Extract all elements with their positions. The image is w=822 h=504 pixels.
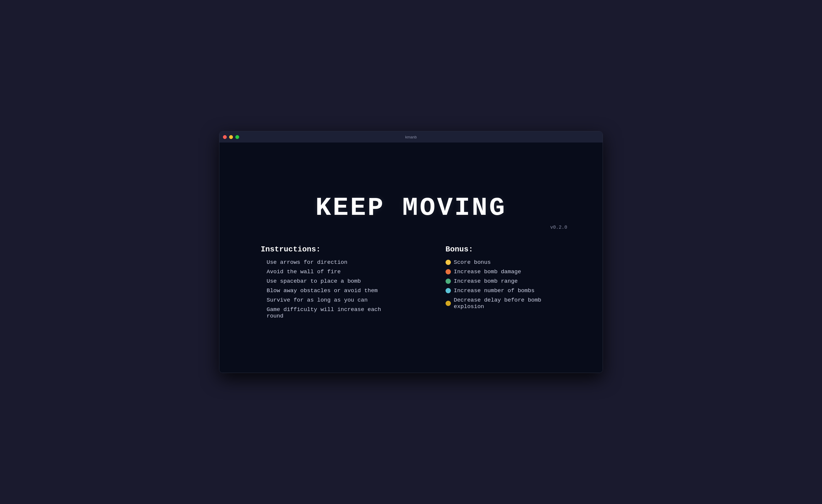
window-title: kmanb — [405, 135, 417, 139]
bonus-dot-gold — [446, 301, 451, 306]
traffic-lights — [223, 135, 239, 139]
bonus-dot-green — [446, 279, 451, 284]
close-button[interactable] — [223, 135, 227, 139]
bonus-label-3: Increase bomb range — [454, 278, 518, 284]
instruction-item-5: Survive for as long as you can — [261, 297, 387, 303]
app-window: kmanb KEEP MOVING v0.2.0 Instructions: U… — [219, 131, 603, 373]
bonus-dot-yellow — [446, 260, 451, 265]
bonus-dot-blue — [446, 288, 451, 293]
bonus-label-4: Increase number of bombs — [454, 287, 535, 294]
bonus-item-5: Decrease delay before bomb explosion — [446, 297, 561, 310]
instructions-column: Instructions: Use arrows for direction A… — [261, 245, 387, 322]
bonus-column: Bonus: Score bonus Increase bomb damage … — [446, 245, 561, 322]
bonus-item-3: Increase bomb range — [446, 278, 561, 284]
instruction-item-4: Blow away obstacles or avoid them — [261, 287, 387, 294]
maximize-button[interactable] — [235, 135, 239, 139]
bonus-dot-orange — [446, 269, 451, 274]
instruction-item-6: Game difficulty will increase each round — [261, 306, 387, 319]
instructions-heading: Instructions: — [261, 245, 387, 254]
minimize-button[interactable] — [229, 135, 233, 139]
bonus-label-5: Decrease delay before bomb explosion — [454, 297, 561, 310]
bonus-item-1: Score bonus — [446, 259, 561, 266]
info-section: Instructions: Use arrows for direction A… — [231, 245, 591, 322]
titlebar: kmanb — [220, 131, 602, 143]
bonus-item-4: Increase number of bombs — [446, 287, 561, 294]
bonus-heading: Bonus: — [446, 245, 561, 254]
main-content: KEEP MOVING v0.2.0 Instructions: Use arr… — [220, 143, 602, 373]
bonus-item-2: Increase bomb damage — [446, 269, 561, 275]
instruction-item-3: Use spacebar to place a bomb — [261, 278, 387, 284]
bonus-label-1: Score bonus — [454, 259, 491, 266]
instruction-item-2: Avoid the wall of fire — [261, 269, 387, 275]
instruction-item-1: Use arrows for direction — [261, 259, 387, 266]
version-label: v0.2.0 — [550, 225, 567, 230]
bonus-label-2: Increase bomb damage — [454, 269, 521, 275]
game-title: KEEP MOVING — [316, 193, 507, 222]
